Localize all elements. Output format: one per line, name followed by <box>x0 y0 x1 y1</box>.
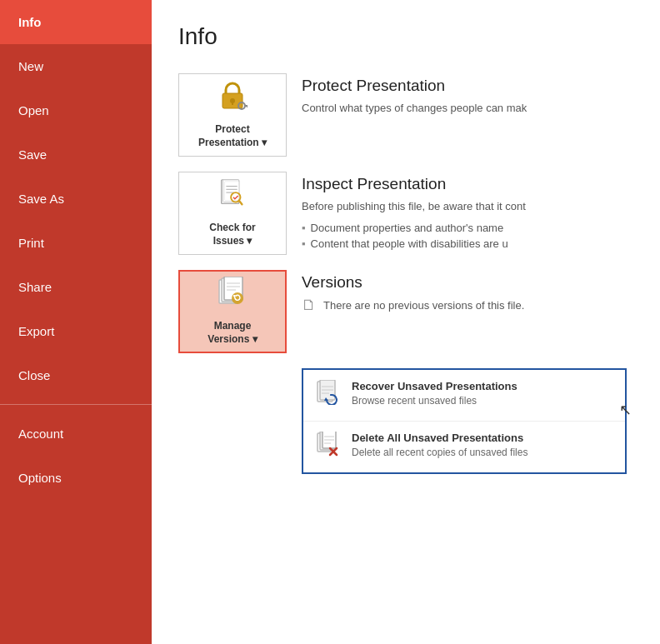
recover-title: Recover Unsaved Presentations <box>352 380 518 392</box>
delete-unsaved-item[interactable]: Delete All Unsaved Presentations Delete … <box>303 422 625 472</box>
inspect-card-desc: Before publishing this file, be aware th… <box>302 198 633 252</box>
versions-icon <box>218 277 248 315</box>
inspect-icon <box>218 178 248 217</box>
sidebar-item-options[interactable]: Options <box>0 456 152 500</box>
manage-versions-label: ManageVersions ▾ <box>208 320 257 346</box>
cursor-icon: ↖ <box>619 401 632 419</box>
no-versions-note: 🗋 There are no previous versions of this… <box>302 297 633 314</box>
manage-versions-button[interactable]: ManageVersions ▾ <box>178 270 287 353</box>
delete-desc: Delete all recent copies of unsaved file… <box>352 447 528 458</box>
sidebar-item-save[interactable]: Save <box>0 132 152 177</box>
sidebar-item-export[interactable]: Export <box>0 309 152 353</box>
inspect-bullet-1: Document properties and author's name <box>302 220 633 237</box>
sidebar-item-close[interactable]: Close <box>0 353 152 397</box>
protect-presentation-button[interactable]: ProtectPresentation ▾ <box>178 73 287 157</box>
inspect-card-content: Inspect Presentation Before publishing t… <box>302 172 633 252</box>
versions-note-icon: 🗋 <box>302 297 317 314</box>
inspect-bullets: Document properties and author's name Co… <box>302 220 633 252</box>
recover-item-text: Recover Unsaved Presentations Browse rec… <box>352 380 518 407</box>
svg-line-13 <box>239 201 242 205</box>
protect-presentation-card: ProtectPresentation ▾ Protect Presentati… <box>178 73 633 157</box>
sidebar-item-share[interactable]: Share <box>0 265 152 309</box>
protect-card-content: Protect Presentation Control what types … <box>302 73 633 117</box>
inspect-presentation-card: Check forIssues ▾ Inspect Presentation B… <box>178 172 633 255</box>
versions-card: ManageVersions ▾ Versions 🗋 There are no… <box>178 270 633 353</box>
versions-card-title: Versions <box>302 273 633 292</box>
svg-point-20 <box>232 292 243 304</box>
recover-desc: Browse recent unsaved files <box>352 395 518 407</box>
lock-icon <box>218 80 248 118</box>
sidebar-divider <box>0 404 152 405</box>
inspect-bullet-2: Content that people with disabilities ar… <box>302 236 633 252</box>
sidebar-item-account[interactable]: Account <box>0 412 152 456</box>
svg-rect-2 <box>232 101 233 105</box>
sidebar-item-print[interactable]: Print <box>0 221 152 265</box>
main-content: Info ProtectPresentation ▾ Protect Prese… <box>152 0 660 644</box>
sidebar-item-save-as[interactable]: Save As <box>0 177 152 221</box>
delete-item-text: Delete All Unsaved Presentations Delete … <box>352 432 528 458</box>
sidebar: Info New Open Save Save As Print Share E… <box>0 0 152 644</box>
delete-title: Delete All Unsaved Presentations <box>352 432 528 444</box>
versions-card-content: Versions 🗋 There are no previous version… <box>302 270 633 322</box>
delete-icon <box>315 432 342 462</box>
page-title: Info <box>178 23 633 50</box>
manage-versions-dropdown: Recover Unsaved Presentations Browse rec… <box>302 368 627 474</box>
recover-icon <box>315 380 342 411</box>
protect-card-desc: Control what types of changes people can… <box>302 100 633 117</box>
protect-card-title: Protect Presentation <box>302 77 633 95</box>
sidebar-item-info[interactable]: Info <box>0 0 152 44</box>
versions-section: 🗋 There are no previous versions of this… <box>302 297 633 314</box>
inspect-card-title: Inspect Presentation <box>302 175 633 193</box>
recover-unsaved-item[interactable]: Recover Unsaved Presentations Browse rec… <box>303 370 625 422</box>
sidebar-item-new[interactable]: New <box>0 44 152 88</box>
protect-button-label: ProtectPresentation ▾ <box>198 123 267 149</box>
sidebar-item-open[interactable]: Open <box>0 88 152 132</box>
check-issues-button[interactable]: Check forIssues ▾ <box>178 172 287 255</box>
check-issues-label: Check forIssues ▾ <box>209 222 255 247</box>
svg-point-21 <box>233 295 235 297</box>
